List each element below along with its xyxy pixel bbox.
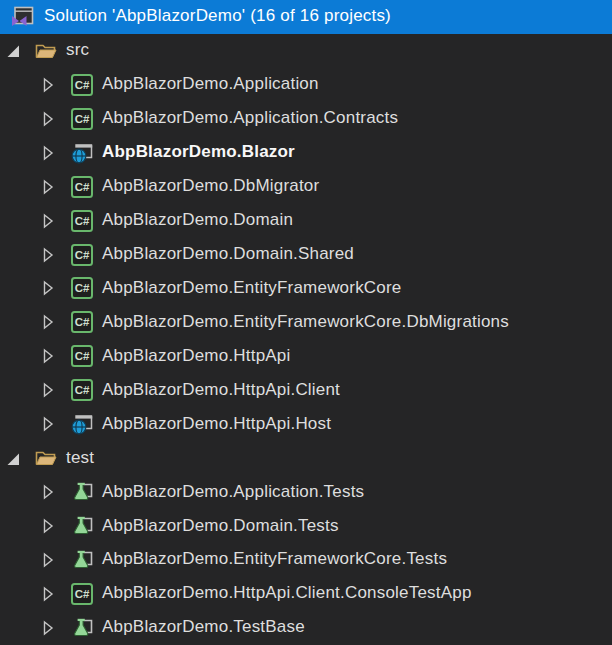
expand-collapse-arrow-collapsed-icon[interactable] <box>38 339 70 373</box>
svg-text:C#: C# <box>75 249 90 261</box>
expand-collapse-arrow-collapsed-icon[interactable] <box>38 509 70 543</box>
expand-collapse-arrow-collapsed-icon[interactable] <box>38 204 70 238</box>
tree-item-abpblazordemo-httpapi[interactable]: C#AbpBlazorDemo.HttpApi <box>0 339 612 373</box>
expand-collapse-arrow-collapsed-icon[interactable] <box>38 407 70 441</box>
tree-item-label: AbpBlazorDemo.Application.Contracts <box>102 109 398 128</box>
tree-item-abpblazordemo-domain[interactable]: C#AbpBlazorDemo.Domain <box>0 204 612 238</box>
tree-item-test[interactable]: test <box>0 441 612 475</box>
tree-item-label: AbpBlazorDemo.HttpApi.Host <box>102 415 331 434</box>
svg-text:C#: C# <box>75 350 90 362</box>
tree-item-label: AbpBlazorDemo.EntityFrameworkCore <box>102 279 401 298</box>
tree-item-abpblazordemo-domain-tests[interactable]: AbpBlazorDemo.Domain.Tests <box>0 509 612 543</box>
csharp-project-icon: C# <box>70 73 94 97</box>
tree-item-abpblazordemo-domain-shared[interactable]: C#AbpBlazorDemo.Domain.Shared <box>0 238 612 272</box>
svg-text:C#: C# <box>75 79 90 91</box>
tree-item-label: AbpBlazorDemo.EntityFrameworkCore.DbMigr… <box>102 313 509 332</box>
csharp-project-icon: C# <box>70 276 94 300</box>
folder-open-icon <box>34 446 58 470</box>
tree-item-label: test <box>66 449 94 468</box>
solution-node[interactable]: Solution 'AbpBlazorDemo' (16 of 16 proje… <box>0 0 612 34</box>
tree-item-label: AbpBlazorDemo.Domain.Shared <box>102 245 354 264</box>
solution-icon <box>10 4 36 30</box>
expand-collapse-arrow-collapsed-icon[interactable] <box>38 611 70 645</box>
svg-text:C#: C# <box>75 282 90 294</box>
svg-text:C#: C# <box>75 215 90 227</box>
csharp-project-icon: C# <box>70 378 94 402</box>
expand-collapse-arrow-collapsed-icon[interactable] <box>38 305 70 339</box>
solution-explorer-tree: Solution 'AbpBlazorDemo' (16 of 16 proje… <box>0 0 612 645</box>
web-project-icon <box>70 141 94 165</box>
svg-text:C#: C# <box>75 588 90 600</box>
csharp-project-icon: C# <box>70 209 94 233</box>
expand-collapse-arrow-collapsed-icon[interactable] <box>38 68 70 102</box>
expand-collapse-arrow-collapsed-icon[interactable] <box>38 136 70 170</box>
csharp-project-icon: C# <box>70 310 94 334</box>
expand-collapse-arrow-collapsed-icon[interactable] <box>38 577 70 611</box>
tree-item-label: AbpBlazorDemo.HttpApi.Client.ConsoleTest… <box>102 584 472 603</box>
expand-collapse-arrow-expanded-icon[interactable] <box>2 34 34 68</box>
tree-item-abpblazordemo-dbmigrator[interactable]: C#AbpBlazorDemo.DbMigrator <box>0 170 612 204</box>
folder-open-icon <box>34 39 58 63</box>
tree-item-abpblazordemo-blazor[interactable]: AbpBlazorDemo.Blazor <box>0 136 612 170</box>
tree-item-abpblazordemo-testbase[interactable]: AbpBlazorDemo.TestBase <box>0 611 612 645</box>
tree-item-label: AbpBlazorDemo.EntityFrameworkCore.Tests <box>102 550 447 569</box>
tree-item-label: src <box>66 41 89 60</box>
expand-collapse-arrow-collapsed-icon[interactable] <box>38 475 70 509</box>
expand-collapse-arrow-expanded-icon[interactable] <box>2 441 34 475</box>
tree-item-label: AbpBlazorDemo.Application <box>102 75 319 94</box>
svg-text:C#: C# <box>75 181 90 193</box>
expand-collapse-arrow-collapsed-icon[interactable] <box>38 272 70 306</box>
tree-item-label: AbpBlazorDemo.Domain.Tests <box>102 517 339 536</box>
expand-collapse-arrow-collapsed-icon[interactable] <box>38 170 70 204</box>
tree-item-abpblazordemo-application[interactable]: C#AbpBlazorDemo.Application <box>0 68 612 102</box>
tree-item-abpblazordemo-httpapi-client[interactable]: C#AbpBlazorDemo.HttpApi.Client <box>0 373 612 407</box>
tree-item-label: AbpBlazorDemo.Application.Tests <box>102 483 364 502</box>
test-project-icon <box>70 616 94 640</box>
csharp-project-icon: C# <box>70 582 94 606</box>
tree-item-label: AbpBlazorDemo.HttpApi.Client <box>102 381 340 400</box>
csharp-project-icon: C# <box>70 175 94 199</box>
web-project-icon <box>70 412 94 436</box>
tree-item-abpblazordemo-entityframeworkcore[interactable]: C#AbpBlazorDemo.EntityFrameworkCore <box>0 272 612 306</box>
expand-collapse-arrow-collapsed-icon[interactable] <box>38 102 70 136</box>
tree-item-label: Solution 'AbpBlazorDemo' (16 of 16 proje… <box>44 7 391 26</box>
tree-item-label: AbpBlazorDemo.Blazor <box>102 143 295 162</box>
expand-collapse-arrow-collapsed-icon[interactable] <box>38 543 70 577</box>
test-project-icon <box>70 548 94 572</box>
tree-item-label: AbpBlazorDemo.Domain <box>102 211 293 230</box>
tree-item-src[interactable]: src <box>0 34 612 68</box>
csharp-project-icon: C# <box>70 107 94 131</box>
tree-item-label: AbpBlazorDemo.HttpApi <box>102 347 290 366</box>
tree-item-label: AbpBlazorDemo.TestBase <box>102 618 305 637</box>
tree-item-abpblazordemo-entityframeworkcore-dbmigrations[interactable]: C#AbpBlazorDemo.EntityFrameworkCore.DbMi… <box>0 305 612 339</box>
csharp-project-icon: C# <box>70 243 94 267</box>
tree-item-abpblazordemo-httpapi-client-consoletestapp[interactable]: C#AbpBlazorDemo.HttpApi.Client.ConsoleTe… <box>0 577 612 611</box>
tree-item-abpblazordemo-httpapi-host[interactable]: AbpBlazorDemo.HttpApi.Host <box>0 407 612 441</box>
tree-item-abpblazordemo-application-tests[interactable]: AbpBlazorDemo.Application.Tests <box>0 475 612 509</box>
tree-item-abpblazordemo-application-contracts[interactable]: C#AbpBlazorDemo.Application.Contracts <box>0 102 612 136</box>
test-project-icon <box>70 514 94 538</box>
svg-text:C#: C# <box>75 384 90 396</box>
tree-item-abpblazordemo-entityframeworkcore-tests[interactable]: AbpBlazorDemo.EntityFrameworkCore.Tests <box>0 543 612 577</box>
svg-text:C#: C# <box>75 316 90 328</box>
tree-item-label: AbpBlazorDemo.DbMigrator <box>102 177 319 196</box>
test-project-icon <box>70 480 94 504</box>
svg-text:C#: C# <box>75 113 90 125</box>
expand-collapse-arrow-collapsed-icon[interactable] <box>38 238 70 272</box>
expand-collapse-arrow-collapsed-icon[interactable] <box>38 373 70 407</box>
csharp-project-icon: C# <box>70 344 94 368</box>
